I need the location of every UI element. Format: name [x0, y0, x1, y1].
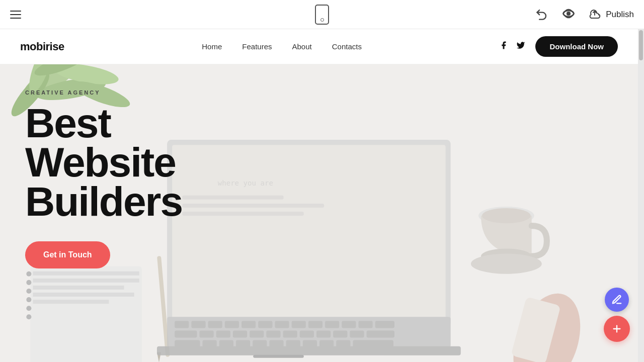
- content-area: mobirise Home Features About Contacts: [0, 29, 644, 362]
- hero-title-line1: Best Website: [25, 100, 176, 185]
- svg-rect-65: [336, 340, 350, 347]
- svg-rect-61: [269, 340, 283, 347]
- nav-link-contacts[interactable]: Contacts: [332, 42, 362, 51]
- twitter-icon[interactable]: [516, 41, 525, 52]
- svg-rect-11: [33, 272, 139, 276]
- get-in-touch-button[interactable]: Get in Touch: [25, 241, 110, 268]
- svg-point-18: [26, 289, 31, 294]
- nav-item-contacts[interactable]: Contacts: [332, 42, 362, 51]
- svg-rect-48: [250, 330, 264, 337]
- svg-rect-31: [175, 321, 189, 328]
- svg-rect-53: [333, 330, 347, 337]
- hamburger-icon[interactable]: [10, 11, 21, 19]
- mobile-preview-icon[interactable]: [315, 5, 329, 25]
- svg-rect-55: [367, 330, 394, 337]
- svg-rect-41: [342, 321, 356, 328]
- social-icons: [499, 41, 525, 52]
- svg-rect-59: [236, 340, 250, 347]
- nav-item-home[interactable]: Home: [202, 42, 222, 51]
- svg-rect-63: [303, 340, 317, 347]
- svg-point-19: [26, 297, 31, 302]
- svg-rect-13: [33, 286, 124, 290]
- site-navbar: mobirise Home Features About Contacts: [0, 29, 638, 64]
- site-nav-links: Home Features About Contacts: [202, 42, 362, 51]
- svg-rect-60: [253, 340, 267, 347]
- svg-rect-32: [191, 321, 205, 328]
- svg-point-72: [482, 208, 531, 223]
- nav-link-about[interactable]: About: [292, 42, 312, 51]
- svg-rect-43: [375, 321, 394, 328]
- svg-rect-12: [33, 279, 139, 283]
- toolbar-right: Publish: [535, 7, 634, 23]
- svg-rect-51: [300, 330, 314, 337]
- scrollbar-thumb[interactable]: [639, 30, 643, 60]
- svg-rect-34: [225, 321, 239, 328]
- nav-item-features[interactable]: Features: [242, 42, 272, 51]
- svg-rect-52: [316, 330, 331, 337]
- undo-icon[interactable]: [535, 7, 549, 23]
- hero-title-line2: Builders: [25, 178, 182, 224]
- svg-rect-39: [308, 321, 323, 328]
- main-content: mobirise Home Features About Contacts: [0, 29, 638, 362]
- svg-point-16: [26, 272, 31, 277]
- publish-label: Publish: [606, 10, 634, 20]
- nav-link-home[interactable]: Home: [202, 42, 222, 51]
- toolbar-center: [315, 5, 329, 25]
- svg-rect-14: [33, 293, 134, 297]
- svg-rect-58: [219, 340, 233, 347]
- svg-point-20: [26, 306, 31, 311]
- nav-link-features[interactable]: Features: [242, 42, 272, 51]
- site-nav-right: Download Now: [499, 36, 618, 57]
- nav-item-about[interactable]: About: [292, 42, 312, 51]
- svg-rect-38: [292, 321, 306, 328]
- svg-rect-45: [200, 330, 214, 337]
- svg-rect-68: [253, 355, 304, 358]
- download-now-button[interactable]: Download Now: [535, 36, 618, 57]
- svg-rect-66: [353, 340, 393, 347]
- svg-rect-37: [275, 321, 289, 328]
- svg-rect-54: [350, 330, 364, 337]
- preview-icon[interactable]: [561, 7, 576, 23]
- svg-rect-36: [258, 321, 272, 328]
- hero-section: where you are: [0, 64, 638, 362]
- site-logo: mobirise: [20, 40, 64, 53]
- hero-subtitle: CREATIVE AGENCY: [25, 89, 236, 96]
- svg-rect-35: [242, 321, 256, 328]
- hero-title: Best Website Builders: [25, 104, 236, 221]
- svg-rect-50: [283, 330, 297, 337]
- publish-button[interactable]: Publish: [588, 7, 634, 22]
- svg-point-1: [567, 12, 570, 15]
- svg-rect-64: [319, 340, 334, 347]
- svg-rect-46: [216, 330, 230, 337]
- svg-rect-15: [33, 300, 109, 304]
- hero-content: CREATIVE AGENCY Best Website Builders Ge…: [0, 64, 262, 268]
- fab-add-button[interactable]: [604, 316, 630, 342]
- svg-rect-33: [208, 321, 222, 328]
- svg-rect-49: [266, 330, 280, 337]
- svg-rect-57: [203, 340, 217, 347]
- toolbar-left: [10, 11, 21, 19]
- svg-rect-44: [175, 330, 197, 337]
- svg-rect-56: [175, 340, 200, 347]
- svg-rect-62: [286, 340, 300, 347]
- svg-rect-47: [233, 330, 247, 337]
- fab-edit-button[interactable]: [605, 288, 629, 312]
- toolbar: Publish: [0, 0, 644, 29]
- svg-point-71: [471, 254, 542, 274]
- upload-cloud-icon: [588, 7, 602, 22]
- svg-rect-67: [157, 346, 461, 355]
- facebook-icon[interactable]: [499, 41, 508, 52]
- svg-rect-40: [325, 321, 339, 328]
- svg-point-17: [26, 280, 31, 285]
- scrollbar[interactable]: [638, 29, 644, 362]
- svg-point-21: [26, 314, 31, 319]
- svg-rect-42: [358, 321, 372, 328]
